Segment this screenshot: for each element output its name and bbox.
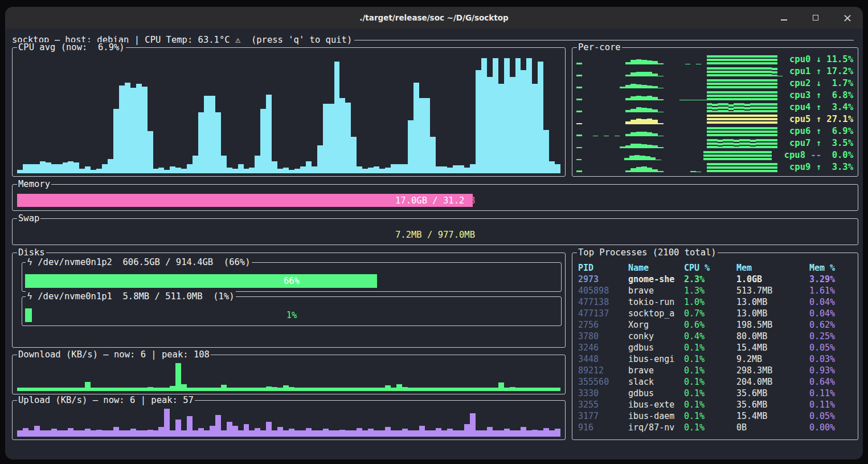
chart-bar bbox=[221, 430, 227, 437]
maximize-button[interactable] bbox=[810, 13, 821, 23]
chart-bar bbox=[447, 429, 453, 437]
chart-bar bbox=[543, 428, 549, 437]
download-baseline bbox=[17, 389, 560, 391]
process-cell-mem: 513.7MB bbox=[736, 286, 809, 296]
spark-bar bbox=[756, 127, 761, 136]
spark-bar bbox=[723, 139, 728, 148]
spark-bar bbox=[756, 79, 761, 88]
spark-bar bbox=[712, 91, 718, 100]
spark-bar bbox=[624, 158, 629, 160]
chart-bar bbox=[408, 120, 413, 173]
spark-bar bbox=[772, 163, 777, 172]
chart-bar bbox=[379, 430, 385, 437]
minimize-button[interactable] bbox=[779, 13, 789, 23]
process-cell-mem: 298.3MB bbox=[736, 365, 809, 376]
per-core-list: cpu0 ↓11.5%cpu1 ↑17.2%cpu2 ↓1.7%cpu3 ↑6.… bbox=[576, 55, 853, 172]
chart-bar bbox=[46, 162, 51, 173]
spark-bar bbox=[696, 64, 702, 64]
process-cell-memp: 0.05% bbox=[809, 411, 855, 421]
process-cell-mem: 0B bbox=[736, 422, 809, 433]
process-cell-mem: 1.0GB bbox=[736, 274, 809, 284]
chart-bar bbox=[136, 430, 142, 437]
chart-bar bbox=[345, 430, 351, 437]
chart-bar bbox=[532, 84, 538, 173]
process-row: 477137socktop_a0.7%13.0MB0.04% bbox=[578, 308, 855, 319]
chart-bar bbox=[368, 429, 374, 437]
spark-bar bbox=[647, 60, 653, 64]
chart-bar bbox=[368, 168, 374, 173]
spark-bar bbox=[696, 100, 702, 100]
spark-bar bbox=[712, 115, 718, 124]
chart-bar bbox=[255, 156, 260, 173]
core-label: cpu6 ↑6.9% bbox=[789, 127, 853, 136]
cpu-avg-chart bbox=[17, 56, 560, 173]
close-button[interactable]: × bbox=[842, 13, 853, 23]
spark-bar bbox=[576, 123, 582, 124]
spark-bar bbox=[658, 147, 664, 148]
spark-bar bbox=[761, 115, 767, 124]
process-cell-pid: 355560 bbox=[578, 377, 628, 387]
spark-bar bbox=[744, 127, 750, 136]
chart-bar bbox=[119, 430, 125, 437]
top-processes-panel: Top Processes (2100 total) PID Name CPU … bbox=[572, 253, 858, 440]
spark-bar bbox=[604, 136, 609, 136]
chart-bar bbox=[96, 430, 102, 437]
spark-bar bbox=[593, 136, 599, 136]
window-titlebar[interactable]: ./target/release/soc ~/D/G/socktop × bbox=[5, 7, 863, 29]
chart-bar bbox=[402, 429, 408, 437]
spark-bar bbox=[750, 67, 756, 76]
spark-bar bbox=[658, 123, 664, 124]
memory-gauge: 17.0GB / 31.2GB bbox=[17, 194, 853, 207]
process-cell-cpu: 0.1% bbox=[684, 400, 736, 410]
memory-used-text: 17.0GB / 31.2 bbox=[395, 196, 464, 206]
chart-bar bbox=[362, 430, 368, 437]
process-row: 2756Xorg0.6%198.5MB0.62% bbox=[578, 319, 855, 331]
process-cell-name: Xorg bbox=[628, 320, 684, 330]
core-label: cpu8 --0.0% bbox=[784, 150, 853, 160]
core-label: cpu3 ↑6.8% bbox=[789, 91, 853, 100]
chart-bar bbox=[79, 169, 85, 173]
chart-bar bbox=[498, 430, 504, 437]
trend-up-icon: ↑ bbox=[816, 103, 821, 112]
spark-bar bbox=[679, 100, 685, 100]
spark-bar bbox=[707, 139, 713, 148]
chart-bar bbox=[51, 429, 57, 437]
col-cpu: CPU % bbox=[684, 263, 736, 273]
spark-bar bbox=[709, 151, 714, 160]
chart-bar bbox=[125, 83, 130, 173]
spark-bar bbox=[712, 55, 718, 64]
chart-bar bbox=[238, 430, 244, 437]
core-sparkline bbox=[576, 139, 783, 148]
process-cell-cpu: 0.1% bbox=[684, 377, 736, 387]
terminal-screen[interactable]: socktop — host: debian | CPU Temp: 63.1°… bbox=[5, 29, 863, 459]
spark-bar bbox=[652, 133, 658, 136]
chart-bar bbox=[68, 161, 73, 173]
chart-bar bbox=[470, 413, 476, 437]
spark-bar bbox=[576, 111, 582, 112]
spark-bar bbox=[739, 139, 745, 148]
window-title: ./target/release/soc ~/D/G/socktop bbox=[5, 7, 863, 29]
swap-gauge-label: 7.2MB / 977.0MB bbox=[17, 228, 853, 241]
col-name: Name bbox=[628, 263, 684, 273]
process-cell-mem: 80.0MB bbox=[736, 331, 809, 341]
chart-bar bbox=[113, 427, 119, 437]
spark-bar bbox=[641, 60, 647, 64]
spark-bar bbox=[696, 172, 702, 172]
spark-bar bbox=[739, 79, 745, 88]
chart-bar bbox=[453, 430, 458, 437]
process-table-header: PID Name CPU % Mem Mem % bbox=[578, 262, 855, 274]
spark-bar bbox=[712, 163, 718, 172]
chart-bar bbox=[175, 420, 181, 437]
spark-bar bbox=[658, 112, 664, 112]
spark-bar bbox=[707, 103, 713, 112]
spark-bar bbox=[767, 79, 772, 88]
core-row: cpu2 ↓1.7% bbox=[576, 79, 853, 88]
process-cell-name: gdbus bbox=[628, 343, 684, 353]
spark-bar bbox=[723, 91, 728, 100]
chart-bar bbox=[526, 430, 532, 437]
spark-bar bbox=[761, 91, 767, 100]
chart-bar bbox=[312, 166, 317, 173]
spark-bar bbox=[718, 103, 723, 112]
chart-bar bbox=[289, 429, 294, 437]
spark-bar bbox=[625, 134, 631, 136]
